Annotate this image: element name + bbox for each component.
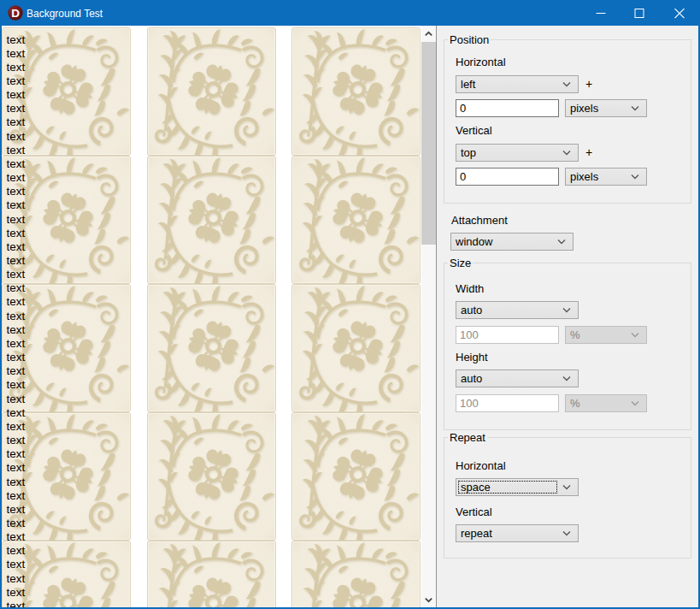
svg-text:D: D [11, 7, 20, 20]
